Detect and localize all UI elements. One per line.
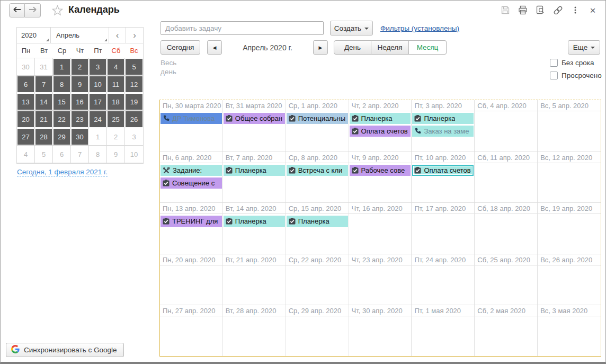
day-cell[interactable]: Пн, 20 апр. 2020 [160, 254, 223, 305]
day-cell[interactable]: Чт, 2 апр. 2020ПланеркаОплата счетов [349, 100, 412, 152]
mini-day-cell[interactable]: 2 [71, 58, 89, 76]
more-icon[interactable] [570, 5, 581, 15]
filters-link[interactable]: Фильтры (установлены) [380, 24, 459, 32]
calendar-event[interactable]: Встреча с кли [287, 165, 348, 176]
mini-day-cell[interactable]: 26 [125, 111, 143, 128]
mini-day-cell[interactable]: 7 [35, 76, 53, 93]
day-cell[interactable]: Вт, 7 апр. 2020Планерка [223, 152, 286, 203]
calendar-event[interactable]: Потенциальны [287, 113, 348, 124]
mini-day-cell[interactable]: 10 [125, 146, 143, 163]
mini-day-cell[interactable]: 27 [17, 128, 35, 146]
filter-checkbox-row[interactable]: Без срока [550, 59, 602, 67]
day-cell[interactable]: Пн, 30 марта 2020ДР Тимонова [160, 100, 223, 152]
prev-period-button[interactable]: ◀ [207, 40, 222, 55]
mini-day-cell[interactable]: 11 [107, 76, 125, 93]
checkbox-icon[interactable] [550, 59, 558, 67]
calendar-event[interactable]: Задание: [161, 165, 222, 176]
mini-day-cell[interactable]: 30 [71, 128, 89, 146]
mini-day-cell[interactable]: 4 [107, 58, 125, 76]
day-cell[interactable]: Вс, 19 апр. 2020 [538, 203, 601, 254]
link-icon[interactable] [552, 5, 563, 15]
calendar-event[interactable]: Оплата счетов [412, 165, 474, 176]
filter-checkbox-row[interactable]: Просрочено [550, 72, 602, 79]
mini-day-cell[interactable]: 14 [35, 93, 53, 111]
mini-day-cell[interactable]: 4 [17, 146, 35, 163]
next-period-button[interactable]: ▶ [313, 40, 328, 55]
day-cell[interactable]: Вс, 26 апр. 2020 [538, 254, 601, 305]
mini-day-cell[interactable]: 10 [89, 76, 107, 93]
forward-button[interactable] [25, 3, 41, 17]
mini-day-cell[interactable]: 9 [71, 76, 89, 93]
more-button[interactable]: Еще [568, 40, 600, 55]
checkbox-icon[interactable] [550, 72, 558, 79]
mini-day-cell[interactable]: 29 [53, 128, 71, 146]
calendar-event[interactable]: Рабочее сове [350, 165, 411, 176]
day-cell[interactable]: Пн, 6 апр. 2020Задание:Совещение с [160, 152, 223, 203]
day-cell[interactable]: Пт, 17 апр. 2020 [412, 203, 475, 254]
mini-day-cell[interactable]: 22 [53, 111, 71, 128]
mini-day-cell[interactable]: 20 [17, 111, 35, 128]
preview-icon[interactable] [535, 5, 546, 15]
mini-day-cell[interactable]: 25 [107, 111, 125, 128]
mini-day-cell[interactable]: 17 [89, 93, 107, 111]
day-cell[interactable]: Чт, 9 апр. 2020Рабочее сове [349, 152, 412, 203]
mini-prev-month-button[interactable]: ‹ [109, 28, 126, 43]
day-cell[interactable]: Чт, 23 апр. 2020 [349, 254, 412, 305]
calendar-event[interactable]: Планерка [224, 216, 285, 227]
calendar-event[interactable]: Оплата счетов [350, 126, 411, 137]
print-icon[interactable] [518, 5, 528, 15]
mini-day-cell[interactable]: 6 [17, 76, 35, 93]
mini-day-cell[interactable]: 21 [35, 111, 53, 128]
today-button[interactable]: Сегодня [161, 40, 200, 55]
view-tab[interactable]: День [334, 40, 371, 55]
day-cell[interactable]: Ср, 8 апр. 2020Встреча с кли [286, 152, 349, 203]
close-icon[interactable]: × [587, 5, 598, 15]
view-tab[interactable]: Неделя [371, 40, 409, 55]
day-cell[interactable]: Вс, 5 апр. 2020 [538, 100, 601, 152]
mini-day-cell[interactable]: 8 [89, 146, 107, 163]
mini-day-cell[interactable]: 15 [53, 93, 71, 111]
mini-day-cell[interactable]: 31 [35, 58, 53, 76]
mini-day-cell[interactable]: 12 [125, 76, 143, 93]
day-cell[interactable]: Пт, 10 апр. 2020Оплата счетов [412, 152, 475, 203]
calendar-event[interactable]: Планерка [287, 216, 348, 227]
mini-day-cell[interactable]: 2 [107, 128, 125, 146]
calendar-event[interactable]: ТРЕНИНГ для [161, 216, 222, 227]
favorite-star-icon[interactable] [51, 4, 64, 18]
day-cell[interactable]: Сб, 4 апр. 2020 [475, 100, 538, 152]
mini-day-cell[interactable]: 24 [89, 111, 107, 128]
mini-day-cell[interactable]: 3 [89, 58, 107, 76]
day-cell[interactable]: Ср, 22 апр. 2020 [286, 254, 349, 305]
month-select[interactable]: Апрель [51, 28, 109, 43]
mini-day-cell[interactable]: 5 [125, 58, 143, 76]
day-cell[interactable]: Чт, 30 апр. 2020 [349, 305, 412, 356]
mini-next-month-button[interactable]: › [126, 28, 143, 43]
mini-day-cell[interactable]: 19 [125, 93, 143, 111]
mini-day-cell[interactable]: 23 [71, 111, 89, 128]
mini-day-cell[interactable]: 30 [17, 58, 35, 76]
mini-day-cell[interactable]: 16 [71, 93, 89, 111]
day-cell[interactable]: Пн, 13 апр. 2020ТРЕНИНГ для [160, 203, 223, 254]
back-button[interactable] [9, 3, 25, 17]
calendar-event[interactable]: Заказ на заме [412, 126, 474, 137]
mini-day-cell[interactable]: 7 [71, 146, 89, 163]
mini-day-cell[interactable]: 8 [53, 76, 71, 93]
day-cell[interactable]: Вс, 3 мая 2020 [538, 305, 601, 356]
day-cell[interactable]: Сб, 2 мая 2020 [475, 305, 538, 356]
calendar-event[interactable]: Планерка [224, 165, 285, 176]
day-cell[interactable]: Чт, 16 апр. 2020 [349, 203, 412, 254]
mini-day-cell[interactable]: 1 [89, 128, 107, 146]
day-cell[interactable]: Сб, 18 апр. 2020 [475, 203, 538, 254]
calendar-event[interactable]: ДР Тимонова [161, 113, 222, 124]
mini-day-cell[interactable]: 5 [35, 146, 53, 163]
view-tab[interactable]: Месяц [409, 40, 447, 55]
day-cell[interactable]: Вт, 28 апр. 2020 [223, 305, 286, 356]
day-cell[interactable]: Пт, 24 апр. 2020 [412, 254, 475, 305]
calendar-event[interactable]: Планерка [350, 113, 411, 124]
create-button[interactable]: Создать [330, 21, 373, 35]
day-cell[interactable]: Ср, 29 апр. 2020 [286, 305, 349, 356]
mini-day-cell[interactable]: 13 [17, 93, 35, 111]
mini-day-cell[interactable]: 3 [125, 128, 143, 146]
day-cell[interactable]: Пт, 3 апр. 2020ПланеркаЗаказ на заме [412, 100, 475, 152]
mini-day-cell[interactable]: 1 [53, 58, 71, 76]
